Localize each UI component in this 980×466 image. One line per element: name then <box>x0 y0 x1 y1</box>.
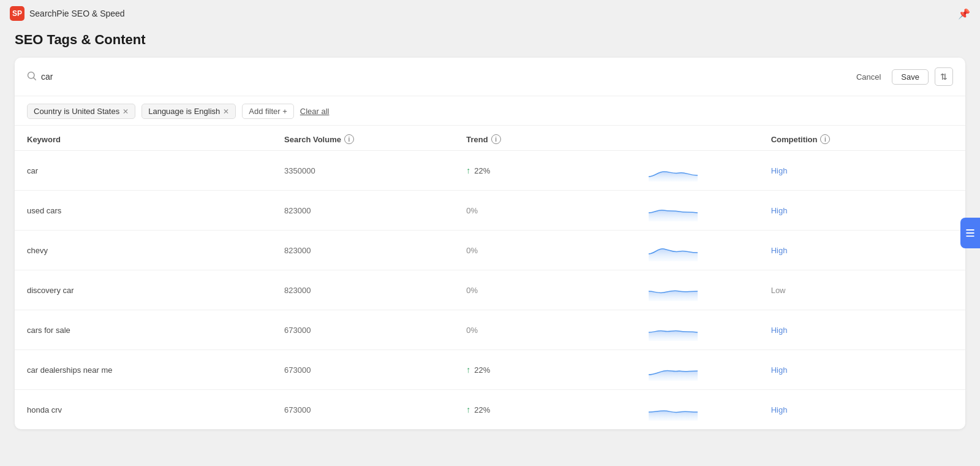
trend-up-icon: ↑ <box>466 365 470 375</box>
filter-row: Country is United States ✕ Language is E… <box>15 96 965 126</box>
cell-keyword: discovery car <box>27 286 284 295</box>
trend-value: 0% <box>466 246 478 255</box>
cell-chart <box>649 159 771 181</box>
cell-keyword: honda crv <box>27 405 284 414</box>
cell-volume: 673000 <box>284 365 466 375</box>
table-row: used cars8230000% High <box>15 191 965 231</box>
table-body: car3350000↑22% Highused cars8230000% Hig <box>15 151 965 429</box>
cell-trend: 0% <box>466 326 648 335</box>
search-icon <box>27 71 36 82</box>
svg-line-1 <box>34 78 36 80</box>
svg-rect-2 <box>966 229 974 231</box>
remove-country-filter-icon[interactable]: ✕ <box>123 107 129 116</box>
volume-info-icon[interactable]: i <box>344 134 354 144</box>
side-tab[interactable] <box>960 218 980 248</box>
table-row: discovery car8230000% Low <box>15 270 965 310</box>
col-volume: Search Volume i <box>284 134 466 144</box>
trend-up-icon: ↑ <box>466 405 470 414</box>
table-row: car dealerships near me673000↑22% High <box>15 350 965 390</box>
save-button[interactable]: Save <box>892 69 929 85</box>
svg-rect-4 <box>966 235 974 237</box>
cell-keyword: car dealerships near me <box>27 365 284 375</box>
cell-volume: 3350000 <box>284 166 466 175</box>
cell-keyword: chevy <box>27 246 284 255</box>
cell-competition: High <box>771 405 953 414</box>
language-filter-chip[interactable]: Language is English ✕ <box>141 104 236 119</box>
sort-button[interactable]: ⇅ <box>935 67 953 86</box>
cell-competition: High <box>771 365 953 375</box>
cell-competition: High <box>771 206 953 215</box>
cell-keyword: cars for sale <box>27 326 284 335</box>
cell-competition: High <box>771 326 953 335</box>
sort-icon: ⇅ <box>940 72 948 82</box>
page-title: SEO Tags & Content <box>0 27 980 58</box>
cell-keyword: used cars <box>27 206 284 215</box>
col-keyword: Keyword <box>27 134 284 144</box>
trend-value: 0% <box>466 286 478 295</box>
trend-chart <box>649 399 698 421</box>
country-filter-chip[interactable]: Country is United States ✕ <box>27 104 135 119</box>
trend-info-icon[interactable]: i <box>491 134 501 144</box>
cell-volume: 673000 <box>284 405 466 414</box>
cell-keyword: car <box>27 166 284 175</box>
col-trend: Trend i <box>466 134 648 144</box>
cell-trend: 0% <box>466 286 648 295</box>
trend-chart <box>649 359 698 381</box>
cell-volume: 823000 <box>284 206 466 215</box>
table-row: honda crv673000↑22% High <box>15 390 965 429</box>
cell-chart <box>649 279 771 301</box>
table-header: Keyword Search Volume i Trend i Competit… <box>15 126 965 151</box>
trend-chart <box>649 199 698 221</box>
search-input[interactable] <box>41 72 164 82</box>
add-filter-button[interactable]: Add filter + <box>242 104 294 119</box>
search-actions: Cancel Save ⇅ <box>851 67 953 86</box>
trend-value: 0% <box>466 206 478 215</box>
table-row: cars for sale6730000% High <box>15 310 965 350</box>
cell-trend: ↑22% <box>466 365 648 375</box>
trend-value: 22% <box>474 365 490 375</box>
cancel-button[interactable]: Cancel <box>851 70 886 84</box>
table-row: chevy8230000% High <box>15 231 965 270</box>
trend-up-icon: ↑ <box>466 166 470 175</box>
remove-language-filter-icon[interactable]: ✕ <box>223 107 229 116</box>
cell-chart <box>649 399 771 421</box>
cell-chart <box>649 319 771 341</box>
main-card: Cancel Save ⇅ Country is United States ✕… <box>15 58 965 429</box>
cell-trend: ↑22% <box>466 166 648 175</box>
trend-chart <box>649 159 698 181</box>
cell-competition: High <box>771 246 953 255</box>
col-chart <box>649 134 771 144</box>
trend-value: 22% <box>474 405 490 414</box>
app-icon: SP <box>10 6 24 21</box>
cell-chart <box>649 359 771 381</box>
cell-competition: Low <box>771 286 953 295</box>
cell-volume: 823000 <box>284 286 466 295</box>
trend-chart <box>649 319 698 341</box>
pin-icon[interactable]: 📌 <box>958 8 970 20</box>
cell-trend: 0% <box>466 246 648 255</box>
cell-chart <box>649 199 771 221</box>
competition-info-icon[interactable]: i <box>820 134 830 144</box>
search-bar-row: Cancel Save ⇅ <box>15 58 965 96</box>
search-input-wrap <box>27 71 851 82</box>
trend-value: 22% <box>474 166 490 175</box>
trend-value: 0% <box>466 326 478 335</box>
cell-chart <box>649 239 771 261</box>
cell-trend: 0% <box>466 206 648 215</box>
cell-trend: ↑22% <box>466 405 648 414</box>
app-title: SP SearchPie SEO & Speed <box>10 6 125 21</box>
trend-chart <box>649 279 698 301</box>
clear-all-button[interactable]: Clear all <box>300 107 330 116</box>
cell-volume: 673000 <box>284 326 466 335</box>
top-bar: SP SearchPie SEO & Speed 📌 <box>0 0 980 27</box>
svg-rect-3 <box>966 232 974 234</box>
cell-competition: High <box>771 166 953 175</box>
cell-volume: 823000 <box>284 246 466 255</box>
table-row: car3350000↑22% High <box>15 151 965 191</box>
col-competition: Competition i <box>771 134 953 144</box>
trend-chart <box>649 239 698 261</box>
